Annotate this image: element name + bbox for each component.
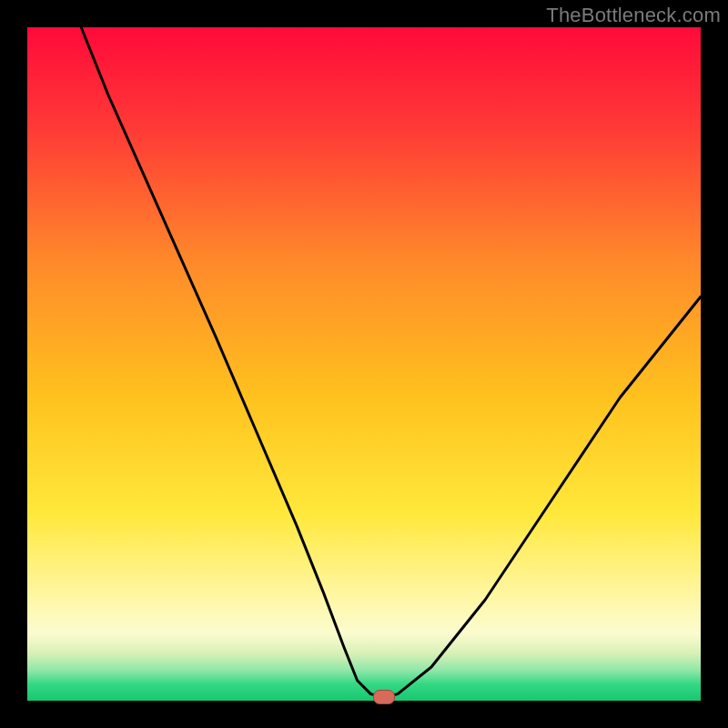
minimum-marker (373, 690, 395, 704)
watermark-text: TheBottleneck.com (546, 4, 721, 27)
bottleneck-curve (27, 27, 701, 701)
chart-frame: TheBottleneck.com (0, 0, 728, 728)
chart-plot-area (27, 27, 701, 701)
